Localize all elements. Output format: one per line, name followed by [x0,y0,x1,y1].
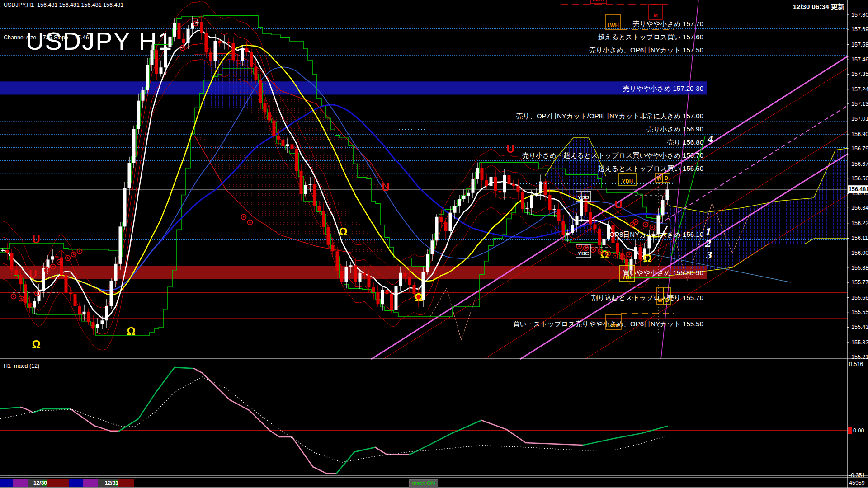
svg-text:155.210: 155.210 [851,354,868,360]
svg-text:157.015: 157.015 [851,116,868,122]
svg-text:157.355: 157.355 [851,71,868,77]
wave-count-number: 4 [707,134,713,145]
buy-signal-icon: Ω [414,291,423,303]
svg-text:YDC: YDC [578,251,589,256]
svg-text:156.900: 156.900 [851,131,868,137]
session-timeline-bar: 12/3012/31 [0,479,134,487]
wave-count-number: 3 [705,250,712,261]
svg-text:YDL: YDL [622,275,632,280]
svg-text:157.465: 157.465 [851,56,868,63]
svg-text:0.516: 0.516 [849,361,863,367]
svg-text:OP8日NYカット大きめ 156.10: OP8日NYカット大きめ 156.10 [609,230,703,238]
svg-text:D: D [665,297,669,303]
svg-text:156.110: 156.110 [851,235,868,241]
svg-text:-0.351: -0.351 [849,472,865,479]
svg-text:M: M [653,13,658,18]
svg-text:0.00: 0.00 [853,427,864,434]
svg-text:155.435: 155.435 [851,324,868,330]
svg-text:157.695: 157.695 [851,26,868,33]
svg-text:超えるとストップロス買い 156.60: 超えるとストップロス買い 156.60 [598,164,703,172]
wave-count-number: 2 [704,238,712,249]
svg-text:156.340: 156.340 [851,205,868,211]
macd-indicator-label: H1 macd (12) [4,363,39,369]
svg-text:売り小さめ 156.90: 売り小さめ 156.90 [646,125,703,133]
svg-text:156.000: 156.000 [851,250,868,256]
svg-text:売り小さめ・超えるとストップロス買いやや小さめ 156.70: 売り小さめ・超えるとストップロス買いやや小さめ 156.70 [522,151,703,159]
svg-text:売りやや小さめ 157.20-30: 売りやや小さめ 157.20-30 [623,84,703,92]
macd-panel [0,367,847,474]
svg-text:157.240: 157.240 [851,86,868,93]
buy-signal-icon: Ω [339,225,347,238]
chart-canvas[interactable]: UUUUUΩΩΩΩΩΩ4123売りやや小さめ 157.70超えるとストップロス買… [0,0,868,488]
svg-text:YDH: YDH [622,178,633,184]
wave-count-number: 1 [704,226,711,237]
symbol-info: USDJPY,H1 156.481 156.481 156.481 156.48… [4,2,123,8]
buy-signal-icon: Ω [32,338,40,350]
svg-text:155.775: 155.775 [851,279,868,286]
buy-signal-icon: Ω [643,252,651,264]
trading-app-window: USDJPY H1 UUUUUΩΩΩΩΩΩ4123売りやや小さめ 157.70超… [0,0,868,488]
svg-text:157.130: 157.130 [851,101,868,107]
svg-text:W: W [658,297,663,303]
svg-text:W: W [657,175,662,181]
current-price-tag: 156.481 [849,186,868,192]
svg-text:割り込むとストップロス売り 155.70: 割り込むとストップロス売り 155.70 [591,294,703,301]
svg-text:売り小さめ、OP6日NYカット 157.50: 売り小さめ、OP6日NYカット 157.50 [589,46,703,54]
svg-text:155.885: 155.885 [851,265,868,271]
sell-signal-icon: U [614,198,622,211]
sell-signal-icon: U [506,143,514,155]
date-label: 12/30 [33,480,47,486]
svg-text:155.550: 155.550 [851,309,868,315]
buy-signal-icon: Ω [600,249,609,261]
svg-text:売り、OP7日NYカット/OP8日NYカット非常に大きめ 1: 売り、OP7日NYカット/OP8日NYカット非常に大きめ 157.00 [516,112,703,120]
svg-text:156.565: 156.565 [851,175,868,182]
channel-info: Channel size = 735 Slope = 17.46 [4,34,89,41]
svg-text:156.790: 156.790 [851,145,868,152]
sell-signal-icon: U [29,268,37,280]
tick-counter: 45959 [849,480,865,486]
trend-lines [371,0,848,359]
buy-signal-icon: Ω [127,325,135,337]
svg-text:YDO: YDO [578,195,589,200]
macd-toggle-button[interactable]: macd ON [409,479,438,488]
date-label: 12/31 [105,480,118,486]
svg-text:LWL: LWL [608,323,619,328]
svg-text:156.225: 156.225 [851,220,868,226]
svg-text:157.805: 157.805 [851,12,868,18]
svg-text:155.320: 155.320 [851,339,868,346]
svg-text:157.580: 157.580 [851,42,868,48]
svg-text:超えるとストップロス買い 157.60: 超えるとストップロス買い 157.60 [598,33,703,41]
svg-text:LWH: LWH [607,23,619,28]
svg-text:売りやや小さめ 157.70: 売りやや小さめ 157.70 [632,20,703,28]
svg-text:D: D [665,175,668,181]
sell-signal-icon: U [32,233,40,245]
svg-text:156.675: 156.675 [851,161,868,167]
update-timestamp: 12/30 06:34 更新 [793,3,844,11]
svg-text:売り 156.80: 売り 156.80 [667,138,703,146]
svg-text:155.660: 155.660 [851,295,868,301]
sell-signal-icon: U [382,181,389,193]
svg-text:LWH: LWH [593,0,604,2]
